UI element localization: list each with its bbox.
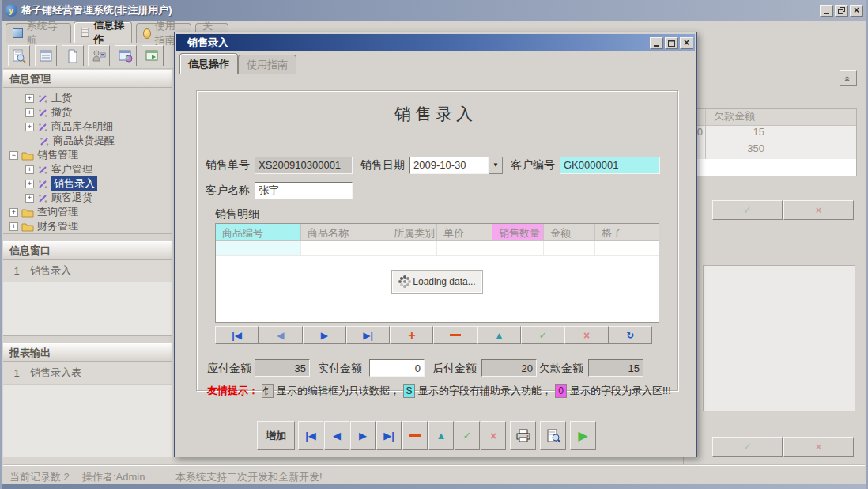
sale-date-field[interactable]: 2009-10-30 — [409, 157, 489, 174]
minimize-icon — [824, 13, 829, 14]
tree-item-stockout-alert[interactable]: 商品缺货提醒 — [3, 134, 172, 148]
readonly-swatch: 钅 — [262, 384, 274, 398]
prior-icon: ◀ — [333, 430, 341, 442]
nav-next-button[interactable]: ▶ — [303, 326, 346, 344]
bottom-edit-button[interactable]: ▲ — [428, 421, 454, 450]
paid-field[interactable]: 0 — [369, 359, 425, 377]
dialog-heading: 销售录入 — [176, 103, 695, 125]
expand-icon[interactable]: + — [25, 180, 34, 188]
expand-icon[interactable]: + — [9, 222, 18, 231]
dialog-close-button[interactable]: × — [680, 37, 693, 49]
tree-item-query-mgmt[interactable]: + 查询管理 — [3, 205, 172, 219]
tab-info-ops[interactable]: 信息操作 — [74, 21, 132, 43]
report-output-row[interactable]: 1 销售录入表 — [3, 362, 172, 385]
dropdown-arrow-icon: ▼ — [492, 161, 499, 169]
collapse-icon[interactable]: − — [9, 151, 18, 160]
column-header-arrears: 欠款金额 — [706, 109, 768, 125]
tool-icon — [37, 179, 48, 189]
add-button[interactable]: 增加 — [257, 421, 295, 450]
info-window-row[interactable]: 1 销售录入 — [3, 260, 172, 282]
last-icon: ▶| — [383, 430, 394, 442]
customer-no-field[interactable]: GK0000001 — [560, 157, 660, 174]
tree-item-sales-entry[interactable]: + 销售录入 — [3, 176, 172, 191]
expand-icon[interactable]: + — [25, 194, 34, 203]
bottom-last-button[interactable]: ▶| — [376, 421, 402, 450]
last-icon: ▶| — [363, 330, 373, 341]
bottom-first-button[interactable]: |◀ — [298, 421, 323, 450]
sales-detail-grid[interactable]: 商品编号 商品名称 所属类别 单价 销售数量 金额 格子 — [215, 223, 659, 323]
dialog-minimize-button[interactable] — [650, 37, 663, 49]
bottom-delete-button[interactable] — [402, 421, 428, 450]
bottom-prior-button[interactable]: ◀ — [324, 421, 349, 450]
background-cancel-button[interactable]: × — [783, 200, 854, 220]
tree-item-chehuo[interactable]: + 撤货 — [3, 105, 172, 119]
dialog-maximize-button[interactable] — [665, 37, 678, 49]
background-grid: 欠款金额 0 15 350 — [689, 108, 857, 176]
nav-cancel-button[interactable]: × — [564, 326, 608, 344]
bottom-cancel-button[interactable]: × — [481, 421, 506, 450]
toolbar-report-button[interactable] — [142, 45, 164, 66]
customer-name-label: 客户名称 — [206, 184, 250, 198]
grid-row[interactable]: 0 15 — [689, 126, 856, 142]
post-icon: ✓ — [463, 430, 472, 442]
toolbar-customer-button[interactable] — [88, 45, 110, 66]
nav-refresh-button[interactable]: ↻ — [609, 326, 652, 344]
toolbar-search-button[interactable] — [8, 45, 30, 66]
status-message: 本系统支持二次开发和全新开发! — [175, 470, 323, 484]
expand-icon[interactable]: + — [25, 108, 34, 117]
dialog-title: 销售录入 — [187, 36, 228, 50]
toolbar-new-doc-button[interactable] — [62, 45, 84, 66]
restore-button[interactable] — [835, 5, 848, 17]
sales-detail-label: 销售明细 — [215, 207, 259, 222]
dialog-tab-info-ops[interactable]: 信息操作 — [179, 53, 238, 74]
nav-post-button[interactable]: ✓ — [521, 326, 564, 344]
sales-entry-dialog: 销售录入 × 信息操作 使用指南 销售录入 销售单号 XS20091030000… — [174, 32, 697, 457]
prior-icon: ◀ — [277, 330, 284, 341]
run-button[interactable]: ▶ — [570, 421, 596, 450]
col-commodity-no: 商品编号 — [216, 224, 301, 240]
expand-icon[interactable]: + — [9, 208, 18, 217]
tree-item-customer-mgmt[interactable]: + 客户管理 — [3, 162, 172, 176]
nav-prior-button[interactable]: ◀ — [259, 326, 302, 344]
grid-row[interactable]: 350 — [689, 142, 856, 159]
tree-item-shanghuo[interactable]: + 上货 — [3, 91, 172, 105]
tree-item-inventory-detail[interactable]: + 商品库存明细 — [3, 119, 172, 134]
print-preview-icon — [545, 429, 561, 443]
customer-name-field[interactable]: 张宇 — [255, 182, 353, 199]
tree-item-finance-mgmt[interactable]: + 财务管理 — [3, 219, 172, 233]
nav-last-button[interactable]: ▶| — [346, 326, 390, 344]
dialog-tab-user-guide[interactable]: 使用指南 — [238, 55, 296, 74]
customer-no-label: 客户编号 — [511, 158, 555, 172]
edit-icon: ▲ — [494, 330, 504, 341]
expand-icon[interactable]: + — [25, 165, 34, 174]
panel-collapse-button[interactable]: « — [840, 70, 857, 86]
nav-first-button[interactable]: |◀ — [215, 326, 259, 344]
bottom-next-button[interactable]: ▶ — [350, 421, 376, 450]
dialog-body: 销售录入 销售单号 XS200910300001 销售日期 2009-10-30… — [176, 74, 695, 455]
background-memo-area — [703, 265, 855, 411]
toolbar-window-button[interactable] — [115, 45, 137, 66]
expand-icon[interactable]: + — [25, 94, 34, 103]
expand-icon[interactable]: + — [25, 123, 34, 131]
nav-insert-button[interactable]: + — [390, 326, 433, 344]
background-cancel-button[interactable]: × — [783, 437, 854, 457]
tab-system-nav[interactable]: 系统导航 — [6, 23, 71, 43]
window-title: 格子铺经营管理系统(非注册用户) — [21, 3, 172, 17]
minimize-button[interactable] — [820, 5, 833, 17]
bottom-post-button[interactable]: ✓ — [455, 421, 480, 450]
tool-icon — [37, 165, 48, 175]
background-confirm-button[interactable]: ✓ — [712, 437, 783, 457]
tree-item-customer-return[interactable]: + 顾客退货 — [3, 191, 172, 205]
print-button[interactable] — [510, 421, 536, 450]
toolbar-form-button[interactable] — [35, 45, 57, 66]
date-dropdown-button[interactable]: ▼ — [489, 157, 503, 174]
nav-delete-button[interactable] — [433, 326, 477, 344]
maximize-icon — [668, 40, 675, 47]
print-preview-button[interactable] — [540, 421, 566, 450]
folder-icon — [21, 222, 34, 232]
background-confirm-button[interactable]: ✓ — [712, 200, 783, 220]
close-icon: × — [684, 38, 689, 47]
close-button[interactable]: × — [850, 5, 863, 17]
nav-edit-button[interactable]: ▲ — [477, 326, 521, 344]
tree-item-sales-mgmt[interactable]: − 销售管理 — [3, 148, 172, 162]
